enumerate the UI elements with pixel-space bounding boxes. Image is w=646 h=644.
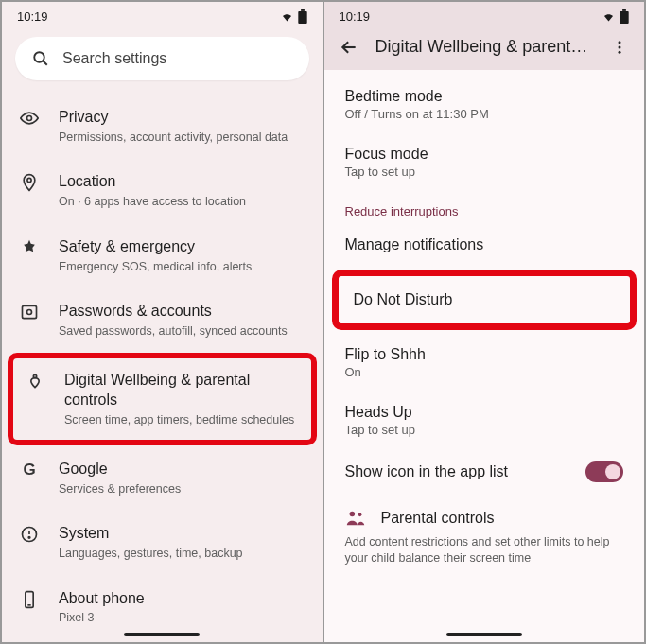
settings-item-passwords[interactable]: Passwords & accounts Saved passwords, au…: [2, 287, 323, 352]
row-title: Do Not Disturb: [354, 291, 616, 308]
section-reduce-interruptions: Reduce interruptions: [324, 191, 645, 224]
svg-point-20: [349, 512, 355, 517]
svg-point-5: [27, 179, 31, 183]
item-sub: Saved passwords, autofill, synced accoun…: [59, 323, 306, 339]
settings-item-about[interactable]: About phone Pixel 3: [2, 575, 323, 639]
row-title: Flip to Shhh: [345, 346, 624, 363]
status-wrapper: 10:19 Digital Wellbeing & parental...: [324, 2, 645, 70]
privacy-icon: [19, 109, 40, 128]
appbar: Digital Wellbeing & parental...: [324, 27, 645, 70]
nav-handle[interactable]: [124, 633, 200, 636]
row-flip-to-shhh[interactable]: Flip to Shhh On: [324, 334, 645, 392]
nav-handle[interactable]: [446, 633, 522, 636]
svg-point-11: [28, 537, 30, 539]
svg-point-17: [619, 41, 621, 44]
item-title: Google: [59, 459, 306, 479]
status-time: 10:19: [17, 9, 48, 24]
status-bar-left: 10:19: [2, 2, 323, 27]
wellbeing-content: Bedtime mode Off / Turns on at 11:30 PM …: [324, 70, 645, 642]
item-title: Passwords & accounts: [59, 301, 306, 322]
svg-rect-14: [620, 11, 628, 24]
row-manage-notifications[interactable]: Manage notifications: [324, 224, 645, 266]
svg-point-7: [27, 310, 32, 315]
status-icons: [602, 9, 629, 24]
svg-line-3: [43, 61, 47, 65]
svg-rect-1: [301, 9, 305, 11]
status-icons: [280, 9, 307, 24]
item-sub: On · 6 apps have access to location: [59, 194, 306, 210]
parental-icon: [345, 508, 366, 529]
back-button[interactable]: [338, 38, 360, 57]
settings-item-safety[interactable]: Safety & emergency Emergency SOS, medica…: [2, 223, 323, 287]
row-bedtime[interactable]: Bedtime mode Off / Turns on at 11:30 PM: [324, 76, 645, 133]
wifi-icon: [602, 11, 616, 23]
settings-item-location[interactable]: Location On · 6 apps have access to loca…: [2, 158, 323, 222]
settings-list: Privacy Permissions, account activity, p…: [2, 94, 323, 642]
row-title: Manage notifications: [345, 236, 624, 253]
google-icon: G: [19, 461, 40, 479]
key-icon: [19, 303, 40, 322]
overflow-menu-icon[interactable]: [608, 39, 631, 56]
item-title: About phone: [59, 588, 306, 609]
status-bar-right: 10:19: [324, 2, 645, 27]
row-title: Heads Up: [345, 404, 624, 421]
search-placeholder: Search settings: [62, 50, 166, 67]
svg-point-2: [34, 52, 44, 62]
row-sub: On: [345, 365, 624, 379]
row-sub: Off / Turns on at 11:30 PM: [345, 107, 624, 121]
item-title: System: [59, 523, 306, 544]
appbar-title: Digital Wellbeing & parental...: [375, 37, 594, 57]
item-sub: Screen time, app timers, bedtime schedul…: [64, 412, 300, 428]
battery-icon: [298, 9, 307, 24]
highlighted-wellbeing: Digital Wellbeing & parental controls Sc…: [8, 353, 317, 445]
svg-point-21: [358, 513, 361, 517]
settings-screen: 10:19 Search settings Privacy Permission…: [2, 2, 323, 642]
parental-description: Add content restrictions and set other l…: [324, 531, 645, 580]
row-title: Parental controls: [381, 510, 495, 527]
status-time: 10:19: [340, 9, 371, 24]
item-sub: Languages, gestures, time, backup: [59, 546, 306, 562]
row-heads-up[interactable]: Heads Up Tap to set up: [324, 392, 645, 449]
row-title: Bedtime mode: [345, 88, 624, 105]
item-sub: Emergency SOS, medical info, alerts: [59, 259, 306, 275]
item-sub: Pixel 3: [59, 610, 306, 626]
location-icon: [19, 173, 40, 192]
svg-point-4: [27, 116, 32, 121]
settings-item-wellbeing[interactable]: Digital Wellbeing & parental controls Sc…: [25, 366, 300, 432]
item-title: Safety & emergency: [59, 236, 306, 257]
show-icon-toggle[interactable]: [585, 461, 623, 482]
svg-point-19: [619, 50, 621, 53]
search-settings[interactable]: Search settings: [15, 37, 309, 80]
svg-point-18: [619, 45, 621, 48]
item-sub: Services & preferences: [59, 481, 306, 497]
battery-icon: [620, 9, 629, 24]
item-title: Location: [59, 171, 306, 192]
row-do-not-disturb[interactable]: Do Not Disturb: [332, 270, 637, 330]
svg-rect-15: [622, 9, 626, 11]
item-title: Digital Wellbeing & parental controls: [64, 370, 300, 410]
row-sub: Tap to set up: [345, 423, 624, 437]
row-sub: Tap to set up: [345, 165, 624, 179]
wellbeing-icon: [25, 372, 45, 391]
row-title: Show icon in the app list: [345, 463, 509, 480]
search-icon: [32, 50, 49, 67]
row-show-icon[interactable]: Show icon in the app list: [324, 449, 645, 495]
wifi-icon: [280, 11, 294, 23]
wellbeing-screen: 10:19 Digital Wellbeing & parental... Be…: [324, 2, 645, 642]
item-title: Privacy: [59, 107, 306, 128]
row-title: Focus mode: [345, 146, 624, 163]
settings-item-privacy[interactable]: Privacy Permissions, account activity, p…: [2, 94, 323, 158]
safety-icon: [19, 238, 40, 257]
svg-rect-0: [298, 11, 306, 24]
svg-rect-6: [23, 306, 37, 319]
row-parental-controls[interactable]: Parental controls: [324, 495, 645, 531]
row-focus[interactable]: Focus mode Tap to set up: [324, 133, 645, 191]
settings-item-google[interactable]: G Google Services & preferences: [2, 445, 323, 510]
phone-icon: [19, 590, 40, 609]
item-sub: Permissions, account activity, personal …: [59, 130, 306, 146]
settings-item-system[interactable]: System Languages, gestures, time, backup: [2, 510, 323, 574]
system-icon: [19, 525, 40, 544]
